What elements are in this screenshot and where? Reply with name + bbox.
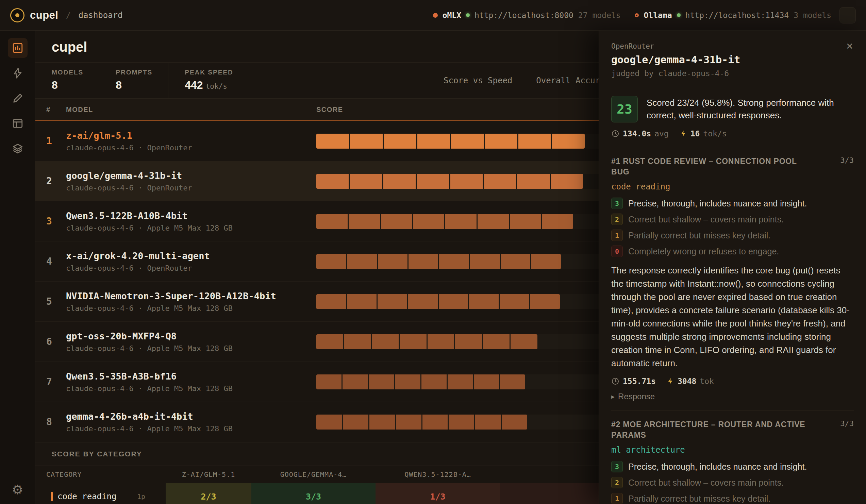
header-action-button[interactable]	[840, 7, 856, 23]
score-bar-segment	[451, 134, 484, 149]
model-name: NVIDIA-Nemotron-3-Super-120B-A12B-4bit	[66, 291, 317, 301]
score-bar-segment	[409, 254, 438, 269]
server-url-ollama: http://localhost:11434	[685, 11, 789, 20]
score-bar-segment	[417, 134, 450, 149]
score-bar-segment	[349, 214, 380, 229]
server-models-omlx: 27 models	[578, 11, 621, 20]
score-summary-text: Scored 23/24 (95.8%). Strong performance…	[647, 96, 854, 122]
score-bar-segment	[350, 134, 383, 149]
score-bar-segment	[469, 294, 499, 309]
speed-value: 16	[690, 129, 700, 138]
rubric-item: 2Correct but shallow – covers main point…	[611, 214, 854, 225]
tab-score-vs-speed[interactable]: Score vs Speed	[444, 76, 512, 85]
score-bar-segment	[317, 134, 349, 149]
model-cell: x-ai/grok-4.20-multi-agentclaude-opus-4-…	[66, 251, 317, 272]
score-bar-segment	[384, 134, 417, 149]
rubric-text: Completely wrong or refuses to engage.	[628, 247, 779, 256]
prompt-tokens-unit: tok	[700, 377, 714, 386]
score-bar-segment	[500, 374, 525, 389]
rubric-list: 3Precise, thorough, includes nuance and …	[611, 461, 854, 504]
app-logo-icon	[10, 8, 24, 22]
score-bar-segment	[485, 134, 517, 149]
score-bar-segment	[474, 374, 499, 389]
score-bar-segment	[378, 254, 408, 269]
rank-cell: 7	[46, 376, 66, 387]
sidebar-item-settings[interactable]: ⚙	[12, 482, 23, 497]
app-title: cupel	[30, 9, 58, 21]
score-bar-segment	[408, 294, 438, 309]
score-bar-segment	[350, 174, 382, 189]
server-url-omlx: http://localhost:8000	[475, 11, 574, 20]
sidebar-item-runs[interactable]	[8, 63, 27, 83]
score-bar	[317, 134, 585, 149]
rubric-text: Correct but shallow – covers main points…	[628, 215, 784, 224]
score-bar-segment	[369, 415, 395, 429]
score-bar-segment	[347, 294, 377, 309]
triangle-right-icon: ▸	[611, 392, 615, 401]
clock-icon	[611, 130, 619, 138]
total-score-badge: 23	[611, 96, 638, 122]
score-bar-segment	[343, 415, 368, 429]
score-bar-segment	[378, 294, 407, 309]
close-button[interactable]: ✕	[842, 39, 857, 54]
breadcrumb[interactable]: dashboard	[79, 11, 123, 20]
model-name: gemma-4-26b-a4b-it-4bit	[66, 411, 317, 422]
lightning-icon	[12, 67, 23, 79]
score-bar-segment	[449, 415, 474, 429]
rubric-item: 0Completely wrong or refuses to engage.	[611, 246, 854, 257]
rubric-score-badge: 2	[611, 214, 623, 225]
rubric-score-badge: 0	[611, 246, 623, 257]
prompt-score: 3/3	[840, 419, 854, 428]
model-cell: google/gemma-4-31b-itclaude-opus-4-6 · O…	[66, 170, 317, 192]
model-subtitle: claude-opus-4-6 · OpenRouter	[66, 184, 317, 192]
score-bar-segment	[421, 374, 447, 389]
rubric-text: Precise, thorough, includes nuance and i…	[628, 199, 807, 209]
category-score-cell: 1/3	[376, 483, 500, 504]
rank-cell: 4	[46, 256, 66, 267]
rank-cell: 1	[46, 135, 66, 147]
score-bar-segment	[439, 294, 468, 309]
score-bar-segment	[502, 415, 527, 429]
category-header: Z-AI/GLM-5.1	[166, 470, 251, 479]
omlx-dot-icon	[433, 13, 438, 18]
category-marker	[51, 492, 53, 501]
clock-icon	[611, 377, 619, 385]
score-bar-segment	[517, 174, 549, 189]
sidebar-item-models[interactable]	[8, 139, 27, 158]
prompt-category-tag: code reading	[611, 182, 854, 191]
prompt-time-value: 155.71s	[623, 377, 656, 386]
model-cell: z-ai/glm-5.1claude-opus-4-6 · OpenRouter	[66, 130, 317, 152]
divider	[611, 147, 854, 147]
sidebar-item-edit[interactable]	[8, 88, 27, 108]
rank-cell: 3	[46, 216, 66, 227]
topbar: cupel / dashboard oMLX http://localhost:…	[0, 0, 866, 31]
model-subtitle: claude-opus-4-6 · Apple M5 Max 128 GB	[66, 344, 317, 353]
score-bar-segment	[500, 294, 529, 309]
score-bar	[317, 294, 560, 309]
score-bar	[317, 254, 561, 269]
score-bar-segment	[317, 415, 342, 429]
score-bar-segment	[317, 214, 348, 229]
score-bar-segment	[347, 254, 377, 269]
score-bar-segment	[343, 374, 368, 389]
score-summary-row: 23 Scored 23/24 (95.8%). Strong performa…	[611, 96, 854, 122]
view-tabs: Score vs SpeedOverall Accuracy	[444, 76, 615, 85]
rank-cell: 6	[46, 336, 66, 347]
header-rank: #	[46, 106, 66, 114]
response-toggle[interactable]: ▸ Response	[611, 392, 854, 401]
server-models-ollama: 3 models	[793, 11, 831, 20]
avg-time-value: 134.0s	[623, 129, 651, 138]
sidebar-item-leaderboard[interactable]	[8, 38, 27, 58]
score-bar-segment	[396, 415, 421, 429]
category-score-cell: 2/3	[166, 483, 251, 504]
model-subtitle: claude-opus-4-6 · Apple M5 Max 128 GB	[66, 304, 317, 313]
score-bar-segment	[552, 134, 585, 149]
model-subtitle: claude-opus-4-6 · OpenRouter	[66, 144, 317, 152]
score-bar-segment	[439, 254, 469, 269]
score-bar	[317, 334, 537, 349]
score-bar-segment	[369, 374, 394, 389]
rubric-item: 2Correct but shallow – covers main point…	[611, 477, 854, 488]
score-bar-segment	[448, 374, 473, 389]
sidebar-item-prompts[interactable]	[8, 114, 27, 133]
score-bar-segment	[381, 214, 412, 229]
